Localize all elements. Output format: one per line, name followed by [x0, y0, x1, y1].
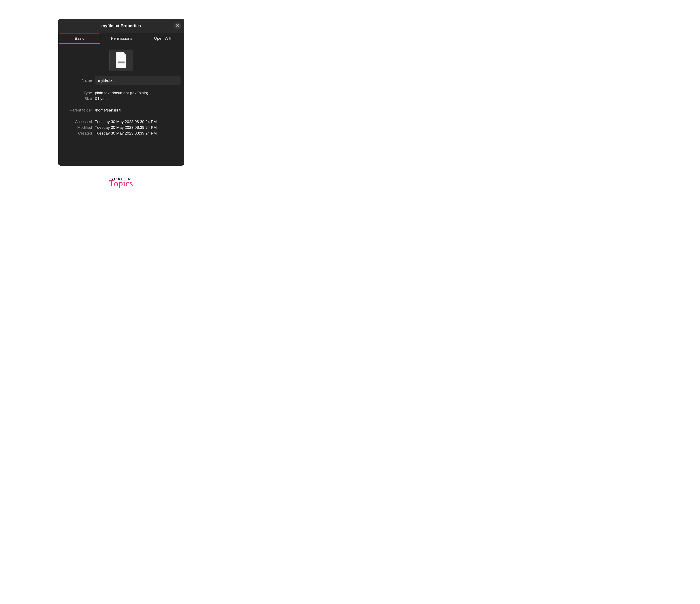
spacer [61, 114, 181, 118]
value-created: Tuesday 30 May 2023 08:39:24 PM [95, 131, 181, 136]
watermark: SCALER Topics [109, 177, 133, 188]
label-name: Name [61, 78, 92, 83]
watermark-line2: Topics [109, 179, 133, 188]
name-input[interactable] [95, 76, 181, 85]
close-icon [176, 24, 179, 28]
properties-dialog: myfile.txt Properties Basic Permissions … [58, 19, 184, 166]
label-modified: Modified [61, 125, 92, 130]
tab-bar: Basic Permissions Open With [58, 33, 184, 44]
tab-content-basic: Name Type plain text document (text/plai… [58, 44, 184, 138]
value-type: plain text document (text/plain) [95, 91, 181, 95]
properties-grid: Name Type plain text document (text/plai… [61, 76, 181, 136]
spacer [61, 86, 181, 89]
window-title: myfile.txt Properties [101, 23, 141, 28]
value-name [95, 76, 181, 85]
label-created: Created [61, 131, 92, 136]
file-icon-button[interactable] [109, 50, 133, 71]
label-size: Size [61, 97, 92, 101]
value-modified: Tuesday 30 May 2023 08:39:24 PM [95, 125, 181, 130]
tab-permissions[interactable]: Permissions [101, 33, 142, 44]
value-accessed: Tuesday 30 May 2023 08:39:24 PM [95, 120, 181, 124]
label-accessed: Accessed [61, 120, 92, 124]
spacer [61, 102, 181, 107]
text-file-icon [115, 52, 128, 69]
value-size: 0 bytes [95, 97, 181, 101]
close-button[interactable] [174, 22, 181, 29]
file-icon-container [61, 50, 181, 71]
label-parent-folder: Parent folder [61, 108, 92, 112]
titlebar: myfile.txt Properties [58, 19, 184, 33]
label-type: Type [61, 91, 92, 95]
value-parent-folder: /home/sanskriti [95, 108, 181, 112]
tab-open-with[interactable]: Open With [143, 33, 184, 44]
tab-basic[interactable]: Basic [59, 33, 100, 44]
